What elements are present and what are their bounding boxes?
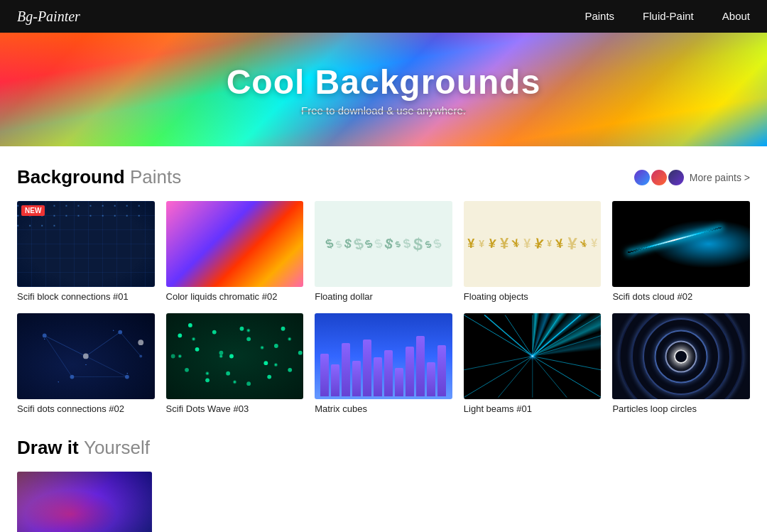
svg-line-41 xyxy=(533,356,602,397)
grid-item-color-liquid-02[interactable]: Color liquids chromatic #02 xyxy=(166,201,304,302)
thumb-scifi-block-01: NEW xyxy=(17,201,155,287)
ring xyxy=(619,313,744,399)
nav-link-fluid-paint[interactable]: Fluid-Paint xyxy=(643,10,694,22)
more-paints-link[interactable]: More paints > xyxy=(634,170,750,185)
grid-item-fluid-paint[interactable]: Fluid Paint | Expert Mode xyxy=(17,472,152,532)
svg-point-31 xyxy=(274,344,278,348)
cube-bar xyxy=(363,340,371,396)
cube-bar xyxy=(384,350,393,396)
thumb-light-beams-01 xyxy=(464,313,602,399)
label-floating-dollar: Floating dollar xyxy=(315,291,452,302)
label-floating-objects: Floating objects xyxy=(464,291,602,302)
nav-item-about[interactable]: About xyxy=(722,10,750,23)
svg-point-25 xyxy=(267,375,271,379)
cube-bar xyxy=(416,336,425,396)
section-title-paints: Background Paints xyxy=(17,166,181,188)
thumb-color-liquid-02 xyxy=(166,201,304,287)
icon-circle-1 xyxy=(634,170,650,185)
svg-line-33 xyxy=(484,315,533,356)
svg-point-26 xyxy=(288,368,292,372)
label-scifi-dots-02: Scifi dots cloud #02 xyxy=(612,291,750,302)
paints-grid: NEW Scifi block connections #01 Color li… xyxy=(17,201,750,414)
svg-line-44 xyxy=(498,356,532,397)
thumb-particles-circles xyxy=(612,313,750,399)
thumb-floating-dollar: $ $ $ $ $ $ $ $ $ $ $ $ xyxy=(315,201,452,287)
svg-line-42 xyxy=(533,356,567,397)
beams-svg xyxy=(464,313,602,399)
svg-point-10 xyxy=(70,375,75,379)
svg-line-4 xyxy=(120,332,141,357)
svg-point-15 xyxy=(212,330,216,335)
svg-point-22 xyxy=(205,378,210,382)
label-light-beams-01: Light beams #01 xyxy=(464,403,602,414)
draw-it-section: Draw it Yourself Fluid Paint | Expert Mo… xyxy=(17,437,750,532)
svg-point-20 xyxy=(298,351,302,355)
svg-point-7 xyxy=(83,354,89,359)
grid-item-floating-dollar[interactable]: $ $ $ $ $ $ $ $ $ $ $ $ Floating dollar xyxy=(315,201,452,302)
svg-point-21 xyxy=(185,368,189,372)
svg-point-16 xyxy=(229,354,234,359)
nav-link-about[interactable]: About xyxy=(722,10,750,22)
cube-bar xyxy=(395,368,403,396)
more-paints-icon xyxy=(634,170,684,185)
nav-link-paints[interactable]: Paints xyxy=(584,10,614,22)
svg-point-24 xyxy=(246,381,251,386)
section-title-light2: Paints xyxy=(130,166,181,188)
background-paints-header: Background Paints More paints > xyxy=(17,166,750,188)
badge-new: NEW xyxy=(21,205,45,216)
draw-title-bold: Draw it xyxy=(17,437,79,458)
grid-item-scifi-wave-03[interactable]: Scifi Dots Wave #03 xyxy=(166,313,304,414)
thumb-floating-objects: ¥ ¥ ¥ ¥ ¥ ¥ ¥ ¥ ¥ ¥ ¥ ¥ xyxy=(464,201,602,287)
grid-item-matrix-cubes[interactable]: Matrix cubes xyxy=(315,313,452,414)
svg-line-34 xyxy=(505,315,533,356)
label-particles-circles: Particles loop circles xyxy=(612,403,750,414)
nav-item-fluid-paint[interactable]: Fluid-Paint xyxy=(643,10,694,23)
wave-svg xyxy=(166,313,304,399)
hero-banner: Cool Backgrounds Free to download & use … xyxy=(0,33,767,146)
svg-point-13 xyxy=(178,334,182,338)
svg-point-12 xyxy=(138,340,143,345)
grid-item-scifi-connections-02[interactable]: Scifi dots connections #02 xyxy=(17,313,155,414)
grid-item-scifi-block-01[interactable]: NEW Scifi block connections #01 xyxy=(17,201,155,302)
grid-item-scifi-dots-02[interactable]: Scifi dots cloud #02 xyxy=(612,201,750,302)
svg-line-46 xyxy=(464,356,533,369)
nav-item-paints[interactable]: Paints xyxy=(584,10,614,23)
draw-title-light: Yourself xyxy=(84,437,150,458)
cube-bar xyxy=(427,362,435,396)
svg-point-19 xyxy=(281,327,285,331)
svg-point-14 xyxy=(195,347,199,352)
thumb-scifi-dots-02 xyxy=(612,201,750,287)
thumb-scifi-wave-03 xyxy=(166,313,304,399)
section-title-bold: Background xyxy=(17,166,125,188)
svg-line-3 xyxy=(45,335,72,376)
svg-line-36 xyxy=(533,315,560,356)
svg-point-17 xyxy=(246,337,251,341)
thumb-scifi-connections-02 xyxy=(17,313,155,399)
grid-item-particles-circles[interactable]: Particles loop circles xyxy=(612,313,750,414)
hero-subtitle: Free to download & use anywhere. xyxy=(301,104,466,116)
svg-line-2 xyxy=(86,356,127,376)
cube-bar xyxy=(331,364,339,396)
grid-item-floating-objects[interactable]: ¥ ¥ ¥ ¥ ¥ ¥ ¥ ¥ ¥ ¥ ¥ ¥ Floating objects xyxy=(464,201,602,302)
svg-point-8 xyxy=(118,330,122,335)
svg-point-6 xyxy=(43,334,47,338)
svg-line-45 xyxy=(464,356,533,397)
svg-line-32 xyxy=(464,315,533,356)
scifi-glow-line xyxy=(628,227,721,254)
svg-point-47 xyxy=(527,351,538,362)
svg-line-1 xyxy=(86,332,120,357)
connections-svg xyxy=(17,313,155,399)
svg-line-38 xyxy=(533,315,602,356)
svg-point-11 xyxy=(139,355,142,358)
main-content: Background Paints More paints > NEW Scif… xyxy=(0,146,767,532)
svg-line-39 xyxy=(533,335,602,356)
cube-bar xyxy=(374,357,382,396)
cube-bar xyxy=(342,343,350,396)
nav-links: Paints Fluid-Paint About xyxy=(584,10,750,23)
thumb-fluid-paint xyxy=(17,472,152,532)
svg-point-9 xyxy=(125,375,129,379)
navbar: Bg-Painter Paints Fluid-Paint About xyxy=(0,0,767,33)
grid-item-light-beams-01[interactable]: Light beams #01 xyxy=(464,313,602,414)
more-paints-label: More paints > xyxy=(690,172,750,183)
draw-it-header: Draw it Yourself xyxy=(17,437,750,459)
